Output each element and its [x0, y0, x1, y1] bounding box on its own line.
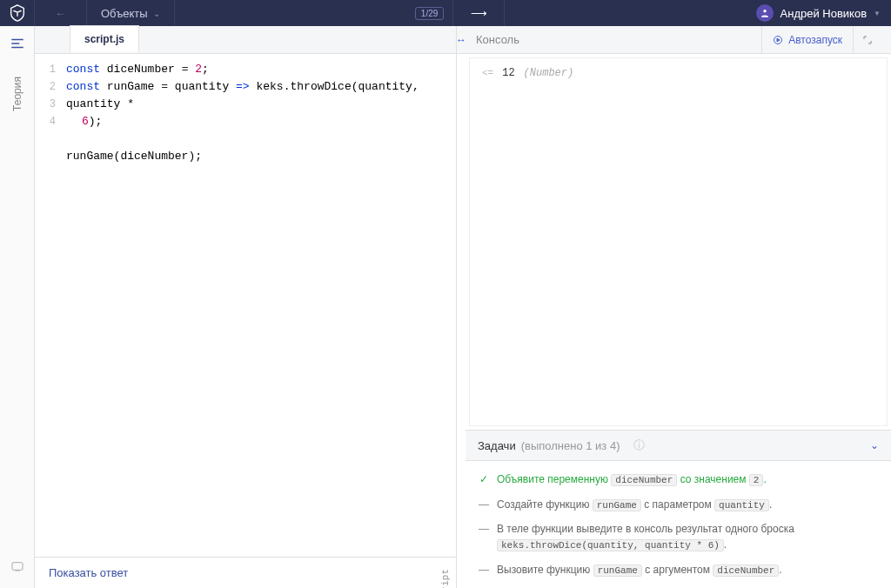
- task-text: Вызовите функцию runGame с аргументом di…: [497, 562, 879, 578]
- top-bar: ← Объекты ⌄ 1/29 ⟶ Андрей Новиков ▼: [0, 0, 891, 26]
- console-header: Консоль Автозапуск: [466, 26, 891, 54]
- chevron-down-icon: ▼: [874, 10, 881, 17]
- language-label: JavaScript: [440, 569, 451, 588]
- resize-icon[interactable]: ↔: [457, 26, 466, 54]
- code-area[interactable]: const diceNumber = 2;const runGame = qua…: [61, 54, 456, 557]
- console-value: 12: [502, 67, 514, 79]
- splitter[interactable]: ↔: [457, 26, 466, 588]
- tasks-header: Задачи (выполнено 1 из 4) ⓘ ⌄: [466, 430, 891, 461]
- sidebar-left: Теория: [0, 26, 35, 588]
- tasks-progress: (выполнено 1 из 4): [521, 439, 620, 452]
- logo[interactable]: [0, 0, 35, 26]
- console-title: Консоль: [476, 33, 519, 46]
- editor-tabs: script.js: [35, 26, 456, 54]
- nav-next-button[interactable]: ⟶: [452, 0, 505, 26]
- check-icon: ✓: [478, 471, 490, 487]
- editor-pane: script.js JavaScript 1 2 3 4 const diceN…: [35, 26, 457, 588]
- svg-point-0: [763, 10, 767, 12]
- section-title[interactable]: Объекты ⌄: [87, 0, 175, 26]
- theory-tab[interactable]: Теория: [11, 77, 23, 111]
- main: Теория script.js JavaScript 1 2 3 4 cons…: [0, 26, 891, 588]
- task-row: — Вызовите функцию runGame с аргументом …: [478, 562, 879, 578]
- user-name: Андрей Новиков: [780, 7, 868, 20]
- task-row: — Создайте функцию runGame с параметром …: [478, 497, 879, 513]
- gutter: 1 2 3 4: [35, 54, 61, 557]
- dash-icon: —: [478, 521, 490, 537]
- console-arrow-icon: <=: [482, 68, 493, 78]
- task-row: — В теле функции выведите в консоль резу…: [478, 521, 879, 553]
- autorun-button[interactable]: Автозапуск: [761, 26, 853, 54]
- collapse-tasks-button[interactable]: ⌄: [870, 439, 879, 451]
- console-type: (Number): [524, 67, 574, 79]
- right-pane: Консоль Автозапуск <= 12 (Number) Задачи…: [466, 26, 891, 588]
- task-text: В теле функции выведите в консоль резуль…: [497, 521, 879, 553]
- tasks-title: Задачи: [478, 439, 516, 452]
- editor-tab-script[interactable]: script.js: [70, 25, 139, 52]
- editor-body[interactable]: JavaScript 1 2 3 4 const diceNumber = 2;…: [35, 54, 456, 557]
- nav-prev-button[interactable]: ←: [35, 0, 87, 26]
- editor-footer: Показать ответ: [35, 557, 456, 588]
- task-text: Объявите переменную diceNumber со значен…: [497, 471, 879, 488]
- autorun-label: Автозапуск: [788, 34, 842, 46]
- expand-icon[interactable]: [853, 26, 881, 54]
- task-row: ✓ Объявите переменную diceNumber со знач…: [478, 471, 879, 488]
- console-body: <= 12 (Number): [469, 57, 888, 426]
- task-text: Создайте функцию runGame с параметром qu…: [497, 497, 879, 513]
- chevron-down-icon: ⌄: [153, 9, 160, 18]
- avatar: [756, 4, 774, 22]
- user-menu[interactable]: Андрей Новиков ▼: [746, 4, 891, 22]
- console-line: <= 12 (Number): [482, 67, 874, 79]
- dash-icon: —: [478, 497, 490, 512]
- menu-icon[interactable]: [7, 33, 28, 54]
- show-answer-button[interactable]: Показать ответ: [49, 566, 128, 579]
- svg-rect-4: [12, 563, 23, 571]
- dash-icon: —: [478, 562, 490, 578]
- chat-icon[interactable]: [10, 560, 24, 578]
- section-title-text: Объекты: [101, 7, 148, 20]
- info-icon[interactable]: ⓘ: [633, 438, 645, 453]
- tasks-body: ✓ Объявите переменную diceNumber со знач…: [466, 461, 891, 588]
- progress-badge: 1/29: [415, 7, 444, 20]
